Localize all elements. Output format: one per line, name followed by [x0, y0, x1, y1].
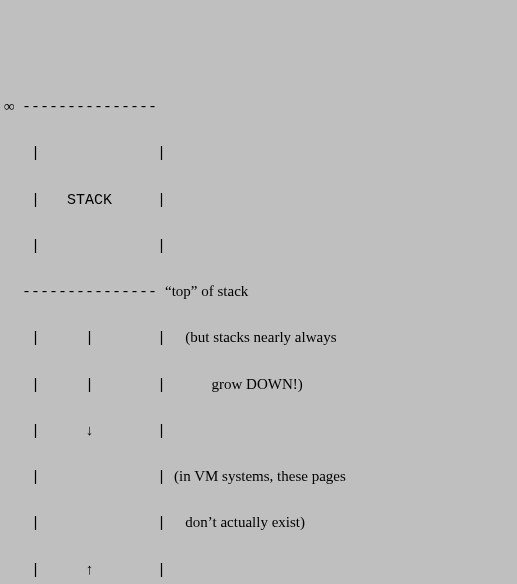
row-0: ∞--------------- [4, 95, 513, 118]
row-5: | | | (but stacks nearly always [4, 326, 513, 349]
row-6: | | | grow DOWN!) [4, 373, 513, 396]
infinity-symbol: ∞ [4, 95, 22, 118]
note-but-stacks: (but stacks nearly always [174, 326, 336, 349]
row-3: | | [4, 234, 513, 257]
row-9: | | don’t actually exist) [4, 511, 513, 534]
row-2: | STACK | [4, 188, 513, 211]
note-grow-down: grow DOWN!) [174, 373, 303, 396]
row-10: | ↑ | [4, 558, 513, 581]
ascii-down-arrow: | ↓ | [22, 420, 166, 443]
ascii-6: | | | [22, 374, 166, 397]
row-1: | | [4, 141, 513, 164]
row-4: ---------------“top” of stack [4, 280, 513, 303]
note-top-of-stack: “top” of stack [165, 280, 248, 303]
ascii-1: | | [22, 142, 166, 165]
ascii-stack: | STACK | [22, 189, 166, 212]
ascii-5: | | | [22, 327, 166, 350]
ascii-8: | | [22, 466, 166, 489]
row-8: | |(in VM systems, these pages [4, 465, 513, 488]
note-vm-systems: (in VM systems, these pages [174, 465, 346, 488]
ascii-4: --------------- [22, 281, 157, 304]
ascii-9: | | [22, 512, 166, 535]
row-7: | ↓ | [4, 419, 513, 442]
ascii-3: | | [22, 235, 166, 258]
ascii-up-arrow: | ↑ | [22, 559, 166, 582]
note-dont-exist: don’t actually exist) [174, 511, 305, 534]
ascii-0: --------------- [22, 96, 157, 119]
